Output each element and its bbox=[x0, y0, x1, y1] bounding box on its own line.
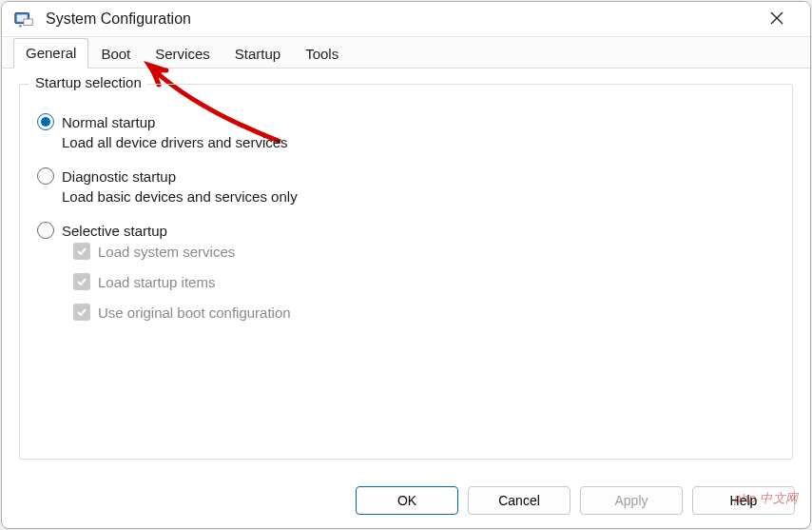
startup-selection-group: Startup selection Normal startup Load al… bbox=[19, 84, 793, 460]
radio-icon bbox=[37, 167, 54, 185]
titlebar: System Configuration bbox=[2, 2, 810, 37]
svg-rect-2 bbox=[24, 19, 32, 25]
svg-point-3 bbox=[19, 25, 22, 28]
radio-normal-desc: Load all device drivers and services bbox=[62, 134, 775, 150]
apply-button[interactable]: Apply bbox=[580, 486, 683, 515]
ok-button[interactable]: OK bbox=[356, 486, 458, 515]
radio-normal-startup[interactable]: Normal startup bbox=[37, 113, 775, 130]
tab-general[interactable]: General bbox=[13, 38, 88, 69]
check-label: Use original boot configuration bbox=[98, 304, 291, 321]
checkbox-icon bbox=[73, 304, 90, 321]
checkbox-icon bbox=[73, 243, 90, 260]
radio-selective-startup[interactable]: Selective startup bbox=[37, 222, 775, 239]
tab-tools[interactable]: Tools bbox=[293, 39, 351, 69]
radio-diagnostic-desc: Load basic devices and services only bbox=[62, 188, 775, 205]
help-button[interactable]: Help bbox=[692, 486, 795, 515]
system-configuration-window: System Configuration General Boot Servic… bbox=[1, 1, 811, 529]
cancel-button[interactable]: Cancel bbox=[468, 486, 570, 515]
close-button[interactable] bbox=[755, 2, 799, 36]
check-label: Load system services bbox=[98, 244, 235, 260]
radio-icon bbox=[37, 222, 54, 239]
window-title: System Configuration bbox=[46, 10, 755, 28]
radio-label: Diagnostic startup bbox=[62, 168, 176, 185]
tab-content: Startup selection Normal startup Load al… bbox=[2, 69, 810, 475]
close-icon bbox=[770, 11, 783, 28]
check-use-original-boot: Use original boot configuration bbox=[73, 304, 775, 321]
tab-services[interactable]: Services bbox=[143, 39, 222, 69]
tab-boot[interactable]: Boot bbox=[88, 39, 143, 69]
radio-diagnostic-startup[interactable]: Diagnostic startup bbox=[37, 167, 775, 185]
radio-label: Selective startup bbox=[62, 223, 167, 239]
check-load-startup-items: Load startup items bbox=[73, 273, 775, 290]
check-load-system-services: Load system services bbox=[73, 243, 775, 260]
radio-label: Normal startup bbox=[62, 114, 155, 130]
selective-startup-checks: Load system services Load startup items … bbox=[73, 243, 775, 321]
dialog-buttons: OK Cancel Apply Help bbox=[2, 475, 810, 529]
checkbox-icon bbox=[73, 273, 90, 290]
check-label: Load startup items bbox=[98, 274, 215, 290]
group-title: Startup selection bbox=[29, 74, 147, 90]
tab-startup[interactable]: Startup bbox=[222, 39, 293, 69]
radio-icon bbox=[37, 113, 54, 130]
app-icon bbox=[13, 9, 34, 29]
tab-bar: General Boot Services Startup Tools bbox=[2, 37, 810, 69]
